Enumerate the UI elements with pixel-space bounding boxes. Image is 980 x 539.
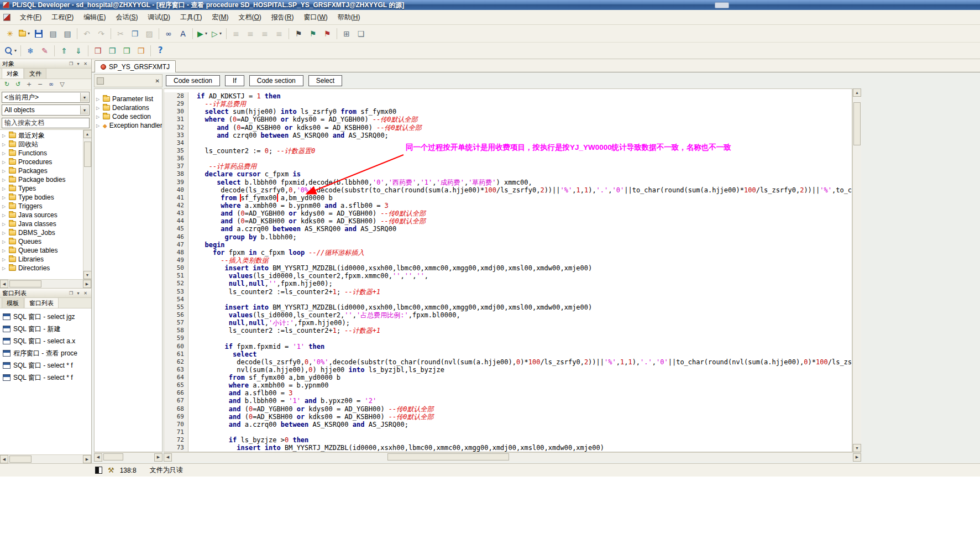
object-panel-hscrollbar[interactable]: ◀ ▶ xyxy=(0,279,91,288)
code-text[interactable] xyxy=(197,428,852,436)
copy-button[interactable]: ❐ xyxy=(128,27,142,40)
structure-item[interactable]: ▷Declarations xyxy=(95,103,162,112)
editor-hscrollbar[interactable]: ◀ ▶ xyxy=(164,452,861,462)
code-text[interactable]: if AD_KDKSTJ = 1 then xyxy=(197,92,852,100)
expander-icon[interactable]: ▷ xyxy=(2,248,7,253)
code-text[interactable]: decode(ls_zsrfy0,0,'0%',decode(substr(to… xyxy=(197,186,852,194)
object-tree-scrollbar[interactable]: ▲ ▼ xyxy=(83,130,91,279)
expander-icon[interactable]: ▷ xyxy=(2,266,7,271)
menu-item[interactable]: 工程(P) xyxy=(46,11,78,24)
code-text[interactable]: values(ls_id0000,ls_counter2,fpxm.xmmc00… xyxy=(197,272,852,280)
help-button[interactable]: ? xyxy=(153,44,167,57)
expander-icon[interactable]: ▷ xyxy=(2,133,7,138)
execute-button[interactable]: ▶▾ xyxy=(195,27,209,40)
object-panel-tab[interactable]: 文件 xyxy=(24,68,46,79)
menu-item[interactable]: 宏(M) xyxy=(207,11,233,24)
code-text[interactable]: select sum(hjje00) into ls_zsrfy0 from s… xyxy=(197,108,852,116)
close-icon[interactable]: ✕ xyxy=(82,60,89,67)
execute-alt-button[interactable]: ▷▾ xyxy=(209,27,224,40)
tree-item[interactable]: ▷Queue tables xyxy=(0,246,83,255)
window-list-item[interactable]: 程序窗口 - 查看 proce xyxy=(0,347,91,359)
scroll-thumb[interactable] xyxy=(853,102,861,145)
code-text[interactable] xyxy=(197,155,852,163)
add-button[interactable]: + xyxy=(24,80,34,89)
dock-icon[interactable]: ❐ xyxy=(67,290,75,297)
code-text[interactable]: and (0=AD_YGBH00 or kdys00 = AD_YGBH00) … xyxy=(197,210,852,217)
find-next-button[interactable]: A xyxy=(176,27,190,40)
menu-item[interactable]: 帮助(H) xyxy=(333,11,365,24)
scroll-right-icon[interactable]: ▶ xyxy=(154,453,163,462)
tree-item[interactable]: ▷Functions xyxy=(0,149,83,158)
dropdown-arrow-icon[interactable]: ▾ xyxy=(14,48,17,53)
window-list-item[interactable]: SQL 窗口 - select * f xyxy=(0,359,91,371)
structure-item[interactable]: ▷Parameter list xyxy=(95,95,162,103)
code-text[interactable]: where (0=AD_YGBH00 or kdys00 = AD_YGBH00… xyxy=(197,116,852,123)
tree-item[interactable]: ▷Java sources xyxy=(0,211,83,219)
code-text[interactable]: decode(ls_zsrfy0,0,'0%',decode(substr(to… xyxy=(197,358,852,366)
chevron-down-icon[interactable]: ▼ xyxy=(80,106,88,114)
find-object-button[interactable]: ∞ xyxy=(46,80,56,89)
expander-icon[interactable]: ▷ xyxy=(2,169,7,174)
code-text[interactable]: insert into BM_YYSRTJ_MZDZBL(id0000,xsxh… xyxy=(197,303,852,311)
window-list-item[interactable]: SQL 窗口 - 新建 xyxy=(0,323,91,335)
code-text[interactable]: and a.czrq00 between AS_KSRQ00 and AS_JS… xyxy=(197,421,852,428)
tree-item[interactable]: ▷DBMS_Jobs xyxy=(0,228,83,237)
object-panel-tab[interactable]: 对象 xyxy=(2,68,24,79)
compile-flag-button[interactable]: ⚑ xyxy=(291,27,306,40)
expander-icon[interactable]: ▷ xyxy=(96,106,101,111)
refresh-all-button[interactable]: ↺ xyxy=(13,80,23,89)
scroll-thumb[interactable] xyxy=(387,453,509,460)
structure-hscrollbar[interactable]: ◀ ▶ xyxy=(94,452,163,462)
sql-window-button[interactable]: ❒ xyxy=(91,44,105,57)
tree-item[interactable]: ▷回收站 xyxy=(0,140,83,149)
window-panel-tab[interactable]: 模板 xyxy=(2,297,24,308)
scroll-left-icon[interactable]: ◀ xyxy=(94,453,102,462)
expander-icon[interactable]: ▷ xyxy=(2,177,7,182)
expander-icon[interactable]: ▷ xyxy=(2,213,7,218)
menu-item[interactable]: 工具(T) xyxy=(175,11,207,24)
code-text[interactable]: --计算药品费用 xyxy=(197,163,852,170)
code-text[interactable]: select xyxy=(197,350,852,358)
object-filter-combo[interactable]: All objects ▼ xyxy=(2,104,90,116)
import-button[interactable]: ⇓ xyxy=(71,44,86,57)
scroll-thumb[interactable] xyxy=(9,456,32,463)
scroll-left-icon[interactable]: ◀ xyxy=(0,455,8,463)
breadcrumb-button[interactable]: Code section xyxy=(166,75,220,86)
window-list-item[interactable]: SQL 窗口 - select * f xyxy=(0,371,91,384)
scroll-right-icon[interactable]: ▶ xyxy=(853,453,861,462)
expander-icon[interactable]: ▷ xyxy=(2,160,7,165)
tree-item[interactable]: ▷Triggers xyxy=(0,202,83,211)
window-grid-button[interactable]: ❏ xyxy=(354,27,368,40)
window-list-item[interactable]: SQL 窗口 - select a.x xyxy=(0,335,91,347)
command-window-button[interactable]: ❒ xyxy=(119,44,134,57)
code-text[interactable]: from sf_fymx00 a,bm_yd0000 b xyxy=(197,374,852,381)
code-text[interactable]: null,null,'',fpxm.hjje00); xyxy=(197,280,852,287)
scroll-thumb[interactable] xyxy=(9,280,41,287)
break-flag-button[interactable]: ⚑ xyxy=(320,27,334,40)
code-text[interactable]: from sf_fymx00 a,bm_yd0000 b xyxy=(197,194,852,202)
close-icon[interactable]: ✕ xyxy=(82,290,89,297)
code-text[interactable]: and b.lbbh00 = '1' and b.ypxz00 = '2' xyxy=(197,397,852,405)
filter-button[interactable]: ▽ xyxy=(57,80,67,89)
dropdown-arrow-icon[interactable]: ▾ xyxy=(219,31,222,36)
code-text[interactable]: null,null,'小计:',fpxm.hjje00); xyxy=(197,319,852,327)
beautifier-button[interactable]: ✎ xyxy=(38,44,52,57)
code-editor[interactable]: 28if AD_KDKSTJ = 1 then29 --计算总费用30 sele… xyxy=(164,88,852,452)
tree-item[interactable]: ▷Procedures xyxy=(0,158,83,166)
expander-icon[interactable]: ▷ xyxy=(2,195,7,200)
breadcrumb-button[interactable]: Code section xyxy=(249,75,303,86)
menu-item[interactable]: 调试(D) xyxy=(143,11,175,24)
menu-item[interactable]: 窗口(W) xyxy=(298,11,332,24)
code-text[interactable]: and a.czrq00 between AS_KSRQ00 and AS_JS… xyxy=(197,225,852,233)
scroll-thumb[interactable] xyxy=(84,142,91,167)
menu-item[interactable]: 报告(R) xyxy=(266,11,299,24)
remove-button[interactable]: − xyxy=(35,80,45,89)
structure-item[interactable]: ▷◆Exception handler xyxy=(95,121,162,130)
code-text[interactable]: if ls_byzjze >0 then xyxy=(197,436,852,444)
open-button[interactable]: ▾ xyxy=(17,27,32,40)
code-text[interactable]: group by b.lbbh00; xyxy=(197,233,852,241)
code-text[interactable]: and czrq00 between AS_KSRQ00 and AS_JSRQ… xyxy=(197,132,852,139)
scroll-left-icon[interactable]: ◀ xyxy=(0,280,8,288)
expander-icon[interactable]: ▷ xyxy=(2,257,7,262)
code-text[interactable]: values(ls_id0000,ls_counter2,'','占总费用比例:… xyxy=(197,311,852,319)
